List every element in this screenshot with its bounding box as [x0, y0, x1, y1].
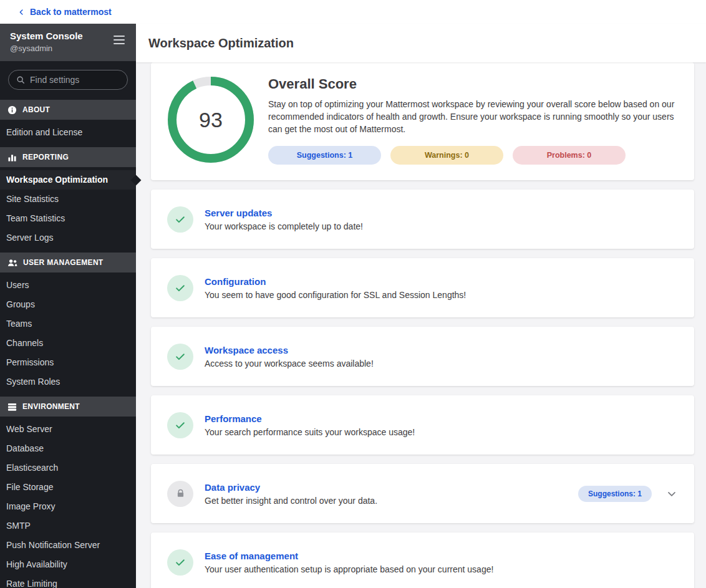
- sidebar-item-users[interactable]: Users: [0, 276, 136, 295]
- check-circle: [167, 344, 193, 370]
- page-title: Workspace Optimization: [148, 36, 294, 51]
- sidebar-item-high-availability[interactable]: High Availability: [0, 555, 136, 574]
- data-privacy-card[interactable]: Data privacy Get better insight and cont…: [151, 464, 694, 523]
- sidebar-item-channels[interactable]: Channels: [0, 334, 136, 353]
- section-label: REPORTING: [22, 153, 69, 161]
- data-privacy-link[interactable]: Data privacy: [205, 482, 377, 493]
- expand-card-button[interactable]: [665, 488, 678, 500]
- entry-text: Configuration You seem to have good conf…: [205, 276, 466, 300]
- server-updates-link[interactable]: Server updates: [205, 208, 363, 218]
- sidebar-item-system-roles[interactable]: System Roles: [0, 372, 136, 392]
- search-pill[interactable]: [8, 70, 128, 90]
- lock-icon: [175, 488, 186, 499]
- score-value: 93: [167, 76, 254, 163]
- entry-text: Server updates Your workspace is complet…: [205, 208, 363, 231]
- section-header-environment: ENVIRONMENT: [0, 397, 136, 417]
- sidebar-item-groups[interactable]: Groups: [0, 295, 136, 314]
- sidebar-item-database[interactable]: Database: [0, 439, 136, 458]
- problems-badge: Problems: 0: [513, 146, 626, 165]
- check-circle: [167, 549, 193, 576]
- entry-description: Your workspace is completely up to date!: [205, 221, 363, 231]
- sidebar-header: System Console @sysadmin: [0, 24, 136, 61]
- check-circle: [167, 206, 193, 233]
- app-root: Back to mattermost System Console @sysad…: [0, 0, 706, 588]
- sidebar-item-smtp[interactable]: SMTP: [0, 516, 136, 536]
- sidebar-search: [0, 61, 136, 95]
- sidebar-item-rate-limiting[interactable]: Rate Limiting: [0, 574, 136, 588]
- sidebar-item-server-logs[interactable]: Server Logs: [0, 228, 136, 248]
- sidebar-item-permissions[interactable]: Permissions: [0, 353, 136, 372]
- sidebar-item-web-server[interactable]: Web Server: [0, 420, 136, 439]
- chevron-left-icon: [17, 8, 26, 16]
- info-icon: [7, 105, 17, 115]
- section-label: ENVIRONMENT: [22, 402, 80, 411]
- overview-text: Overall Score Stay on top of optimizing …: [268, 76, 679, 165]
- configuration-card: Configuration You seem to have good conf…: [151, 258, 694, 317]
- sidebar: System Console @sysadmin: [0, 24, 136, 588]
- entry-description: Get better insight and control over your…: [205, 496, 377, 506]
- sidebar-item-file-storage[interactable]: File Storage: [0, 478, 136, 497]
- entry-description: Access to your workspace seems available…: [205, 359, 374, 369]
- check-icon: [174, 282, 186, 294]
- page-header: Workspace Optimization: [136, 24, 706, 62]
- global-header: Back to mattermost: [0, 0, 706, 24]
- workspace-access-card: Workspace access Access to your workspac…: [151, 327, 694, 386]
- entry-description: Your user authentication setup is approp…: [205, 564, 493, 574]
- entry-right: Suggestions: 1: [578, 486, 678, 502]
- section-header-user-management: USER MANAGEMENT: [0, 253, 136, 272]
- check-icon: [174, 213, 186, 226]
- sidebar-subtitle: @sysadmin: [10, 44, 83, 53]
- content-area: 93 Overall Score Stay on top of optimizi…: [136, 62, 706, 588]
- sidebar-item-elasticsearch[interactable]: Elasticsearch: [0, 458, 136, 478]
- check-icon: [174, 350, 186, 363]
- overview-description: Stay on top of optimizing your Mattermos…: [268, 98, 679, 135]
- configuration-link[interactable]: Configuration: [205, 276, 466, 287]
- check-circle: [167, 412, 193, 438]
- suggestions-badge: Suggestions: 1: [578, 486, 652, 502]
- bar-chart-icon: [7, 153, 17, 162]
- section-label: USER MANAGEMENT: [23, 258, 104, 267]
- entry-text: Ease of management Your user authenticat…: [205, 551, 493, 574]
- ease-of-management-card: Ease of management Your user authenticat…: [151, 533, 694, 588]
- sidebar-item-team-statistics[interactable]: Team Statistics: [0, 209, 136, 228]
- section-header-reporting: REPORTING: [0, 147, 136, 167]
- sidebar-nav: ABOUT Edition and License REPORTING Work…: [0, 100, 136, 588]
- section-label: ABOUT: [22, 105, 50, 114]
- check-icon: [174, 419, 186, 431]
- lock-circle: [167, 481, 193, 507]
- entry-description: You seem to have good configuration for …: [205, 290, 466, 300]
- server-updates-card: Server updates Your workspace is complet…: [151, 190, 694, 249]
- server-icon: [7, 402, 17, 412]
- search-input[interactable]: [30, 75, 120, 85]
- entry-text: Workspace access Access to your workspac…: [205, 345, 374, 369]
- warnings-badge: Warnings: 0: [390, 146, 503, 165]
- search-icon: [16, 75, 25, 84]
- back-link-label: Back to mattermost: [30, 7, 112, 17]
- overall-score-card: 93 Overall Score Stay on top of optimizi…: [151, 62, 694, 180]
- entry-text: Data privacy Get better insight and cont…: [205, 482, 377, 506]
- sidebar-item-push-notification-server[interactable]: Push Notification Server: [0, 536, 136, 555]
- section-header-about: ABOUT: [0, 100, 136, 120]
- hamburger-menu-icon[interactable]: [110, 31, 128, 51]
- overview-title: Overall Score: [268, 76, 679, 92]
- sidebar-item-teams[interactable]: Teams: [0, 314, 136, 334]
- suggestions-badge: Suggestions: 1: [268, 146, 381, 165]
- body-row: System Console @sysadmin: [0, 24, 706, 588]
- sidebar-item-site-statistics[interactable]: Site Statistics: [0, 190, 136, 209]
- sidebar-item-edition-and-license[interactable]: Edition and License: [0, 123, 136, 142]
- sidebar-item-workspace-optimization[interactable]: Workspace Optimization: [0, 170, 136, 190]
- performance-card: Performance Your search performance suit…: [151, 395, 694, 455]
- sidebar-header-titles: System Console @sysadmin: [10, 31, 83, 53]
- ease-of-management-link[interactable]: Ease of management: [205, 551, 493, 561]
- chevron-down-icon: [665, 488, 678, 500]
- sidebar-title: System Console: [10, 31, 83, 41]
- workspace-access-link[interactable]: Workspace access: [205, 345, 374, 355]
- performance-link[interactable]: Performance: [205, 413, 415, 424]
- main-content: Workspace Optimization 93 Overall Score …: [136, 24, 706, 588]
- sidebar-item-image-proxy[interactable]: Image Proxy: [0, 497, 136, 516]
- status-chips: Suggestions: 1 Warnings: 0 Problems: 0: [268, 146, 679, 165]
- check-circle: [167, 275, 193, 301]
- users-icon: [7, 259, 17, 267]
- back-to-mattermost-link[interactable]: Back to mattermost: [17, 7, 112, 17]
- check-icon: [174, 556, 186, 569]
